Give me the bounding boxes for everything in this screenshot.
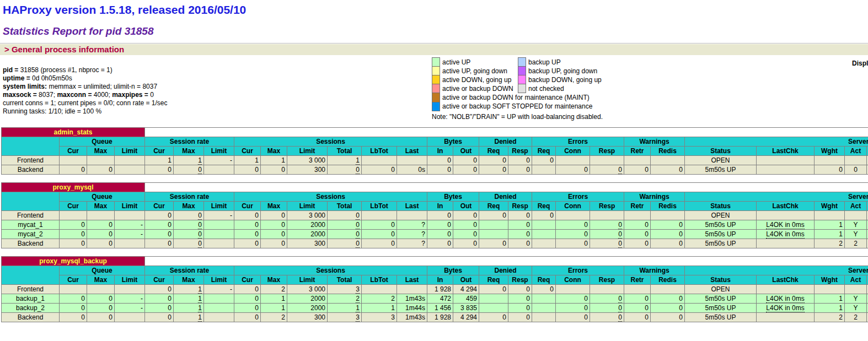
cell-errors-conn: 0 — [556, 165, 590, 174]
column-header-errors-conn: Conn — [556, 201, 590, 210]
stats-table-proxy-mysql: proxy_mysqlQueueSession rateSessionsByte… — [1, 182, 868, 248]
cell-sess-limit: 300 — [287, 312, 328, 322]
cell-name: backup_2 — [2, 303, 60, 312]
active-up-going-down-swatch — [432, 67, 440, 75]
cell-warnings-redis: 0 — [651, 220, 685, 229]
active-up-going-down-label: active UP, going down — [440, 67, 518, 75]
cell-errors-resp: 0 — [590, 294, 624, 303]
column-header-queue-cur: Cur — [60, 275, 87, 284]
column-header-weight: Wght — [815, 201, 845, 210]
cell-bytes-out: 0 — [453, 210, 479, 220]
cell-sess-last: 0s — [397, 165, 427, 174]
proxy-link-proxy_mysql[interactable]: proxy_mysql — [53, 183, 94, 191]
cell-rate-max: 0 — [174, 220, 204, 229]
column-header-sess-cur: Cur — [234, 275, 261, 284]
cell-sess-cur: 0 — [234, 229, 261, 239]
cell-act: Y — [845, 303, 867, 312]
cell-queue-limit: - — [115, 229, 145, 239]
column-header-queue-limit: Limit — [115, 201, 145, 210]
cell-weight: 1 — [815, 229, 845, 239]
proxy-link-admin_stats[interactable]: admin_stats — [54, 128, 93, 136]
divider — [0, 43, 868, 44]
column-header-bytes-in: In — [427, 146, 453, 155]
cell-errors-conn: 0 — [556, 220, 590, 229]
column-header-bytes-in: In — [427, 275, 453, 284]
cell-sess-last: ? — [397, 220, 427, 229]
cell-rate-cur: 1 — [145, 155, 174, 165]
column-group-server: Server — [685, 266, 868, 275]
column-header-lastchk: LastChk — [757, 146, 815, 155]
cell-rate-limit — [204, 239, 234, 248]
cell-sess-max: 2 — [261, 284, 287, 294]
cell-name: mycat_1 — [2, 220, 60, 229]
cell-errors-conn: 0 — [556, 312, 590, 322]
cell-sess-cur: 0 — [234, 284, 261, 294]
column-header-sess-total: Total — [328, 201, 362, 210]
cell-warnings-retr — [624, 210, 651, 220]
cell-queue-max: 0 — [87, 303, 115, 312]
cell-bytes-in: 0 — [427, 220, 453, 229]
cell-rate-cur: 0 — [145, 229, 174, 239]
column-header-errors-resp: Resp — [590, 146, 624, 155]
stats-table-proxy-mysql-backup: proxy_mysql_backupQueueSession rateSessi… — [1, 256, 868, 322]
cell-denied-resp: 0 — [508, 312, 532, 322]
cell-sess-cur: 1 — [234, 155, 261, 165]
cell-bytes-out: 4 294 — [453, 312, 479, 322]
column-header-rate-max: Max — [174, 275, 204, 284]
cell-warnings-redis: 0 — [651, 303, 685, 312]
cell-status: OPEN — [685, 155, 757, 165]
cell-denied-req: 0 — [479, 239, 508, 248]
cell-errors-req — [532, 165, 556, 174]
column-header-lastchk: LastChk — [757, 275, 815, 284]
column-header-errors-conn: Conn — [556, 146, 590, 155]
column-header-warnings-retr: Retr — [624, 146, 651, 155]
cell-act: 0 — [845, 165, 867, 174]
cell-denied-resp: 0 — [508, 229, 532, 239]
column-name-spacer — [2, 192, 60, 210]
cell-sess-limit: 2000 — [287, 220, 328, 229]
cell-name: Frontend — [2, 210, 60, 220]
cell-sess-limit: 3 000 — [287, 284, 328, 294]
column-header-denied-req: Req — [479, 146, 508, 155]
cell-sess-lbtot — [362, 284, 397, 294]
cell-queue-max: 0 — [87, 312, 115, 322]
cell-warnings-retr: 0 — [624, 229, 651, 239]
cell-weight: 1 — [815, 220, 845, 229]
cell-sess-max: 0 — [261, 165, 287, 174]
cell-errors-conn: 0 — [556, 239, 590, 248]
backup-up-going-down-swatch — [518, 67, 526, 75]
cell-sess-limit: 3 000 — [287, 155, 328, 165]
cell-rate-max: 1 — [174, 284, 204, 294]
cell-sess-max: 2 — [261, 312, 287, 322]
active-or-backup-down-label: active or backup DOWN — [440, 84, 518, 93]
cell-queue-cur: 0 — [60, 303, 87, 312]
cell-weight: 2 — [815, 312, 845, 322]
column-header-rate-limit: Limit — [204, 201, 234, 210]
column-header-errors-req: Req — [532, 201, 556, 210]
cell-sess-limit: 2000 — [287, 294, 328, 303]
cell-errors-conn — [556, 210, 590, 220]
proxy-link-proxy_mysql_backup[interactable]: proxy_mysql_backup — [39, 257, 107, 265]
cell-status: 5m50s UP — [685, 294, 757, 303]
cell-status: OPEN — [685, 210, 757, 220]
cell-sess-cur: 0 — [234, 312, 261, 322]
stats-row-frontend: Frontend11-113 000100000OPEN — [2, 155, 868, 165]
haproxy-version-link[interactable]: HAProxy version 1.5.18, released 2016/05… — [3, 3, 868, 17]
cell-rate-max: 0 — [174, 210, 204, 220]
column-header-errors-resp: Resp — [590, 275, 624, 284]
cell-act: Y — [845, 220, 867, 229]
cell-sess-max: 1 — [261, 155, 287, 165]
column-header-denied-resp: Resp — [508, 275, 532, 284]
process-info-line: system limits: memmax = unlimited; ulimi… — [3, 83, 432, 91]
column-header-rate-max: Max — [174, 201, 204, 210]
cell-sess-total: 0 — [328, 229, 362, 239]
section-heading: > General process information — [0, 44, 868, 55]
column-header-sess-lbtot: LbTot — [362, 275, 397, 284]
column-header-errors-resp: Resp — [590, 201, 624, 210]
proxy-title: proxy_mysql_backup — [2, 256, 145, 266]
cell-sess-max: 1 — [261, 294, 287, 303]
column-group-queue: Queue — [60, 266, 145, 275]
column-group-denied: Denied — [479, 192, 532, 201]
backup-up-going-down-label: backup UP, going down — [526, 67, 603, 75]
cell-warnings-retr: 0 — [624, 312, 651, 322]
